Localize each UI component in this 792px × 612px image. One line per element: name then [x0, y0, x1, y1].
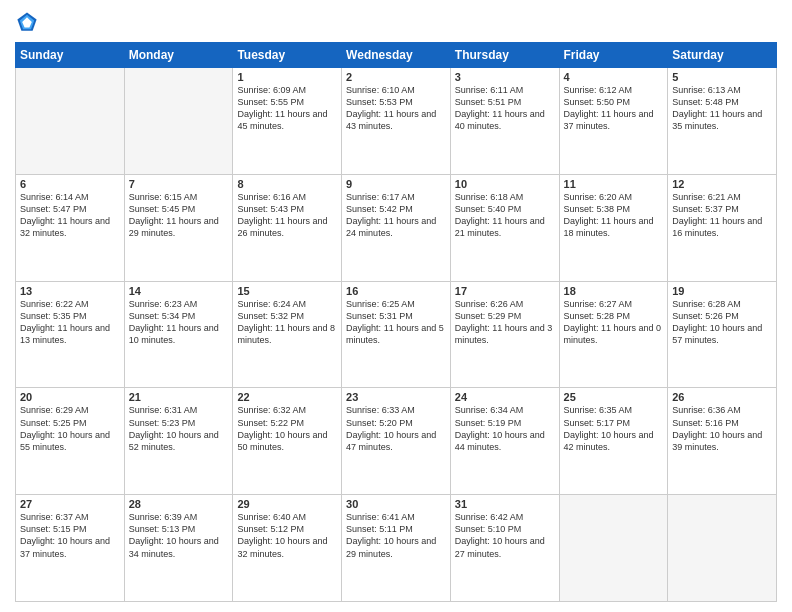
day-number: 16 [346, 285, 446, 297]
day-header-saturday: Saturday [668, 43, 777, 68]
day-number: 3 [455, 71, 555, 83]
day-info: Sunrise: 6:15 AM Sunset: 5:45 PM Dayligh… [129, 191, 229, 240]
day-info: Sunrise: 6:29 AM Sunset: 5:25 PM Dayligh… [20, 404, 120, 453]
day-number: 29 [237, 498, 337, 510]
day-info: Sunrise: 6:24 AM Sunset: 5:32 PM Dayligh… [237, 298, 337, 347]
calendar-week-3: 13Sunrise: 6:22 AM Sunset: 5:35 PM Dayli… [16, 281, 777, 388]
day-info: Sunrise: 6:21 AM Sunset: 5:37 PM Dayligh… [672, 191, 772, 240]
day-info: Sunrise: 6:26 AM Sunset: 5:29 PM Dayligh… [455, 298, 555, 347]
calendar-cell: 10Sunrise: 6:18 AM Sunset: 5:40 PM Dayli… [450, 174, 559, 281]
calendar-cell: 21Sunrise: 6:31 AM Sunset: 5:23 PM Dayli… [124, 388, 233, 495]
calendar-cell: 15Sunrise: 6:24 AM Sunset: 5:32 PM Dayli… [233, 281, 342, 388]
day-info: Sunrise: 6:34 AM Sunset: 5:19 PM Dayligh… [455, 404, 555, 453]
day-number: 30 [346, 498, 446, 510]
day-number: 10 [455, 178, 555, 190]
calendar-cell: 31Sunrise: 6:42 AM Sunset: 5:10 PM Dayli… [450, 495, 559, 602]
logo [15, 10, 43, 34]
calendar-week-2: 6Sunrise: 6:14 AM Sunset: 5:47 PM Daylig… [16, 174, 777, 281]
calendar-cell: 16Sunrise: 6:25 AM Sunset: 5:31 PM Dayli… [342, 281, 451, 388]
calendar-cell: 3Sunrise: 6:11 AM Sunset: 5:51 PM Daylig… [450, 68, 559, 175]
day-number: 24 [455, 391, 555, 403]
calendar-cell: 5Sunrise: 6:13 AM Sunset: 5:48 PM Daylig… [668, 68, 777, 175]
day-info: Sunrise: 6:31 AM Sunset: 5:23 PM Dayligh… [129, 404, 229, 453]
calendar-table: SundayMondayTuesdayWednesdayThursdayFrid… [15, 42, 777, 602]
calendar-cell: 6Sunrise: 6:14 AM Sunset: 5:47 PM Daylig… [16, 174, 125, 281]
calendar-cell: 4Sunrise: 6:12 AM Sunset: 5:50 PM Daylig… [559, 68, 668, 175]
day-number: 4 [564, 71, 664, 83]
day-number: 21 [129, 391, 229, 403]
calendar-body: 1Sunrise: 6:09 AM Sunset: 5:55 PM Daylig… [16, 68, 777, 602]
day-number: 28 [129, 498, 229, 510]
day-info: Sunrise: 6:18 AM Sunset: 5:40 PM Dayligh… [455, 191, 555, 240]
day-header-tuesday: Tuesday [233, 43, 342, 68]
day-number: 5 [672, 71, 772, 83]
calendar-cell [559, 495, 668, 602]
day-info: Sunrise: 6:37 AM Sunset: 5:15 PM Dayligh… [20, 511, 120, 560]
calendar-cell: 24Sunrise: 6:34 AM Sunset: 5:19 PM Dayli… [450, 388, 559, 495]
day-number: 27 [20, 498, 120, 510]
day-number: 1 [237, 71, 337, 83]
day-info: Sunrise: 6:11 AM Sunset: 5:51 PM Dayligh… [455, 84, 555, 133]
day-info: Sunrise: 6:16 AM Sunset: 5:43 PM Dayligh… [237, 191, 337, 240]
day-info: Sunrise: 6:27 AM Sunset: 5:28 PM Dayligh… [564, 298, 664, 347]
day-number: 15 [237, 285, 337, 297]
day-info: Sunrise: 6:28 AM Sunset: 5:26 PM Dayligh… [672, 298, 772, 347]
calendar-cell: 2Sunrise: 6:10 AM Sunset: 5:53 PM Daylig… [342, 68, 451, 175]
header-row: SundayMondayTuesdayWednesdayThursdayFrid… [16, 43, 777, 68]
day-info: Sunrise: 6:14 AM Sunset: 5:47 PM Dayligh… [20, 191, 120, 240]
calendar-cell: 1Sunrise: 6:09 AM Sunset: 5:55 PM Daylig… [233, 68, 342, 175]
calendar-cell: 9Sunrise: 6:17 AM Sunset: 5:42 PM Daylig… [342, 174, 451, 281]
day-number: 20 [20, 391, 120, 403]
calendar-cell: 22Sunrise: 6:32 AM Sunset: 5:22 PM Dayli… [233, 388, 342, 495]
day-info: Sunrise: 6:10 AM Sunset: 5:53 PM Dayligh… [346, 84, 446, 133]
day-number: 19 [672, 285, 772, 297]
day-info: Sunrise: 6:36 AM Sunset: 5:16 PM Dayligh… [672, 404, 772, 453]
day-number: 8 [237, 178, 337, 190]
calendar-cell: 11Sunrise: 6:20 AM Sunset: 5:38 PM Dayli… [559, 174, 668, 281]
day-number: 22 [237, 391, 337, 403]
day-header-monday: Monday [124, 43, 233, 68]
calendar-cell: 30Sunrise: 6:41 AM Sunset: 5:11 PM Dayli… [342, 495, 451, 602]
day-header-wednesday: Wednesday [342, 43, 451, 68]
day-number: 25 [564, 391, 664, 403]
day-info: Sunrise: 6:39 AM Sunset: 5:13 PM Dayligh… [129, 511, 229, 560]
day-number: 23 [346, 391, 446, 403]
day-number: 7 [129, 178, 229, 190]
day-header-thursday: Thursday [450, 43, 559, 68]
day-info: Sunrise: 6:12 AM Sunset: 5:50 PM Dayligh… [564, 84, 664, 133]
calendar-cell [668, 495, 777, 602]
day-info: Sunrise: 6:41 AM Sunset: 5:11 PM Dayligh… [346, 511, 446, 560]
calendar-cell: 14Sunrise: 6:23 AM Sunset: 5:34 PM Dayli… [124, 281, 233, 388]
calendar-cell: 26Sunrise: 6:36 AM Sunset: 5:16 PM Dayli… [668, 388, 777, 495]
day-info: Sunrise: 6:20 AM Sunset: 5:38 PM Dayligh… [564, 191, 664, 240]
day-number: 18 [564, 285, 664, 297]
day-number: 6 [20, 178, 120, 190]
day-number: 9 [346, 178, 446, 190]
page: SundayMondayTuesdayWednesdayThursdayFrid… [0, 0, 792, 612]
header [15, 10, 777, 34]
day-info: Sunrise: 6:42 AM Sunset: 5:10 PM Dayligh… [455, 511, 555, 560]
day-number: 26 [672, 391, 772, 403]
calendar-header: SundayMondayTuesdayWednesdayThursdayFrid… [16, 43, 777, 68]
calendar-cell: 19Sunrise: 6:28 AM Sunset: 5:26 PM Dayli… [668, 281, 777, 388]
day-info: Sunrise: 6:17 AM Sunset: 5:42 PM Dayligh… [346, 191, 446, 240]
day-number: 31 [455, 498, 555, 510]
day-header-sunday: Sunday [16, 43, 125, 68]
day-info: Sunrise: 6:40 AM Sunset: 5:12 PM Dayligh… [237, 511, 337, 560]
day-info: Sunrise: 6:33 AM Sunset: 5:20 PM Dayligh… [346, 404, 446, 453]
day-info: Sunrise: 6:22 AM Sunset: 5:35 PM Dayligh… [20, 298, 120, 347]
calendar-cell: 25Sunrise: 6:35 AM Sunset: 5:17 PM Dayli… [559, 388, 668, 495]
calendar-cell: 20Sunrise: 6:29 AM Sunset: 5:25 PM Dayli… [16, 388, 125, 495]
day-info: Sunrise: 6:35 AM Sunset: 5:17 PM Dayligh… [564, 404, 664, 453]
calendar-cell: 28Sunrise: 6:39 AM Sunset: 5:13 PM Dayli… [124, 495, 233, 602]
day-header-friday: Friday [559, 43, 668, 68]
calendar-week-4: 20Sunrise: 6:29 AM Sunset: 5:25 PM Dayli… [16, 388, 777, 495]
calendar-cell [16, 68, 125, 175]
calendar-cell: 13Sunrise: 6:22 AM Sunset: 5:35 PM Dayli… [16, 281, 125, 388]
calendar-cell: 8Sunrise: 6:16 AM Sunset: 5:43 PM Daylig… [233, 174, 342, 281]
day-number: 13 [20, 285, 120, 297]
day-number: 14 [129, 285, 229, 297]
day-number: 11 [564, 178, 664, 190]
logo-icon [15, 10, 39, 34]
calendar-cell: 27Sunrise: 6:37 AM Sunset: 5:15 PM Dayli… [16, 495, 125, 602]
